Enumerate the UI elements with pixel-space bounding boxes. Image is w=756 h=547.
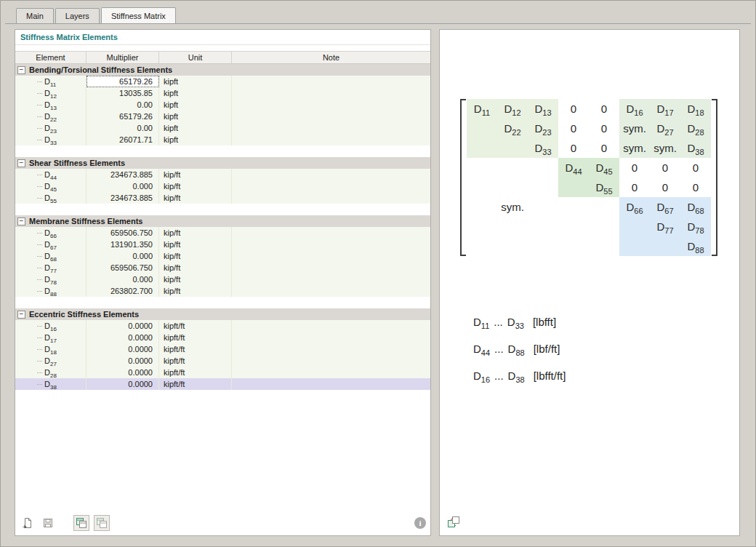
- table-row-d66[interactable]: D66659506.750kip/ft: [15, 227, 430, 239]
- column-header-note[interactable]: Note: [232, 52, 430, 63]
- multiplier-cell[interactable]: 0.0000: [87, 343, 159, 355]
- note-cell[interactable]: [232, 227, 430, 239]
- group-header-row[interactable]: −Eccentric Stiffness Elements: [15, 308, 430, 320]
- legend-unit: [lbf/ft]: [534, 343, 560, 355]
- note-cell[interactable]: [232, 180, 430, 192]
- note-cell[interactable]: [232, 262, 430, 274]
- element-cell: D11: [15, 76, 87, 87]
- note-cell[interactable]: [232, 250, 430, 262]
- table-row-d68[interactable]: D680.000kip/ft: [15, 250, 430, 262]
- table-row-d44[interactable]: D44234673.885kip/ft: [15, 169, 430, 180]
- note-cell[interactable]: [232, 122, 430, 134]
- element-symbol: D68: [687, 201, 704, 213]
- table-body: −Bending/Torsional Stiffness ElementsD11…: [15, 64, 430, 390]
- matrix-cell: sym.: [619, 119, 650, 138]
- table-row-d22[interactable]: D2265179.26kipft: [15, 111, 430, 122]
- element-symbol: D77: [44, 263, 57, 272]
- element-symbol: D44: [44, 170, 57, 179]
- table-row-d17[interactable]: D170.0000kipft/ft: [15, 332, 430, 343]
- collapse-icon[interactable]: −: [17, 159, 25, 167]
- note-cell[interactable]: [232, 134, 430, 145]
- table-row-d38[interactable]: D380.0000kipft/ft: [15, 378, 430, 390]
- multiplier-cell[interactable]: 0.00: [87, 122, 159, 134]
- multiplier-cell[interactable]: 0.0000: [87, 320, 159, 332]
- table-row-d88[interactable]: D88263802.700kip/ft: [15, 285, 430, 297]
- note-cell[interactable]: [232, 343, 430, 355]
- multiplier-cell[interactable]: 0.000: [87, 274, 159, 285]
- tab-main[interactable]: Main: [16, 8, 54, 23]
- matrix-cell: sym.: [619, 138, 650, 158]
- note-cell[interactable]: [232, 99, 430, 111]
- matrix-cell: 0: [558, 99, 589, 119]
- multiplier-cell[interactable]: 26071.71: [87, 134, 159, 145]
- multiplier-cell[interactable]: 13035.85: [87, 87, 159, 99]
- group-header-row[interactable]: −Membrane Stiffness Elements: [15, 215, 430, 227]
- multiplier-cell[interactable]: 0.000: [87, 180, 159, 192]
- table-row-d67[interactable]: D67131901.350kip/ft: [15, 239, 430, 250]
- note-cell[interactable]: [232, 239, 430, 250]
- multiplier-cell[interactable]: 0.000: [87, 250, 159, 262]
- table-row-d28[interactable]: D280.0000kipft/ft: [15, 367, 430, 378]
- group-rows: D66659506.750kip/ftD67131901.350kip/ftD6…: [15, 227, 430, 297]
- element-symbol: D17: [656, 103, 673, 115]
- group-header-row[interactable]: −Bending/Torsional Stiffness Elements: [15, 64, 430, 76]
- note-cell[interactable]: [232, 87, 430, 99]
- table-row-d16[interactable]: D160.0000kipft/ft: [15, 320, 430, 332]
- sync-matrix-button[interactable]: [446, 514, 462, 530]
- table-row-d18[interactable]: D180.0000kipft/ft: [15, 343, 430, 355]
- open-file-button[interactable]: [20, 515, 36, 531]
- multiplier-cell[interactable]: 659506.750: [87, 262, 159, 274]
- multiplier-cell[interactable]: 0.0000: [87, 332, 159, 343]
- table-row-d11[interactable]: D1165179.26kipft: [15, 76, 430, 87]
- column-header-element[interactable]: Element: [15, 52, 87, 63]
- copy-table-button[interactable]: [73, 515, 89, 531]
- note-cell[interactable]: [232, 192, 430, 204]
- multiplier-cell[interactable]: 0.0000: [87, 355, 159, 367]
- table-row-d23[interactable]: D230.00kipft: [15, 122, 430, 134]
- multiplier-cell[interactable]: 234673.885: [87, 192, 159, 204]
- note-cell[interactable]: [232, 111, 430, 122]
- table-row-d13[interactable]: D130.00kipft: [15, 99, 430, 111]
- table-row-d33[interactable]: D3326071.71kipft: [15, 134, 430, 145]
- note-cell[interactable]: [232, 274, 430, 285]
- paste-table-button[interactable]: [94, 515, 110, 531]
- tab-layers[interactable]: Layers: [55, 8, 100, 23]
- note-cell[interactable]: [232, 320, 430, 332]
- table-row-d12[interactable]: D1213035.85kipft: [15, 87, 430, 99]
- table-row-d45[interactable]: D450.000kip/ft: [15, 180, 430, 192]
- matrix-cell-d28: D28: [680, 119, 711, 138]
- save-file-button[interactable]: [40, 515, 56, 531]
- matrix-cell: [497, 138, 528, 158]
- note-cell[interactable]: [232, 76, 430, 87]
- note-cell[interactable]: [232, 378, 430, 390]
- collapse-icon[interactable]: −: [17, 311, 25, 319]
- note-cell[interactable]: [232, 332, 430, 343]
- tab-stiffness-matrix[interactable]: Stiffness Matrix: [101, 7, 176, 23]
- note-cell[interactable]: [232, 285, 430, 297]
- table-row-d78[interactable]: D780.000kip/ft: [15, 274, 430, 285]
- unit-cell: kipft/ft: [159, 343, 232, 355]
- collapse-icon[interactable]: −: [17, 66, 25, 74]
- table-row-d55[interactable]: D55234673.885kip/ft: [15, 192, 430, 204]
- multiplier-cell[interactable]: 234673.885: [87, 169, 159, 180]
- table-row-d27[interactable]: D270.0000kipft/ft: [15, 355, 430, 367]
- multiplier-cell[interactable]: 263802.700: [87, 285, 159, 297]
- element-cell: D78: [15, 274, 87, 285]
- collapse-icon[interactable]: −: [17, 217, 25, 225]
- group-header-row[interactable]: −Shear Stiffness Elements: [15, 157, 430, 169]
- note-cell[interactable]: [232, 355, 430, 367]
- column-header-multiplier[interactable]: Multiplier: [87, 52, 159, 63]
- info-button[interactable]: i: [414, 517, 426, 529]
- multiplier-cell[interactable]: 0.00: [87, 99, 159, 111]
- multiplier-cell[interactable]: 0.0000: [87, 378, 159, 390]
- multiplier-cell[interactable]: 65179.26: [87, 111, 159, 122]
- ellipsis: ...: [494, 370, 504, 382]
- multiplier-cell[interactable]: 131901.350: [87, 239, 159, 250]
- table-row-d77[interactable]: D77659506.750kip/ft: [15, 262, 430, 274]
- multiplier-cell[interactable]: 65179.26: [87, 76, 159, 87]
- multiplier-cell[interactable]: 0.0000: [87, 367, 159, 378]
- note-cell[interactable]: [232, 367, 430, 378]
- multiplier-cell[interactable]: 659506.750: [87, 227, 159, 239]
- note-cell[interactable]: [232, 169, 430, 180]
- column-header-unit[interactable]: Unit: [159, 52, 232, 63]
